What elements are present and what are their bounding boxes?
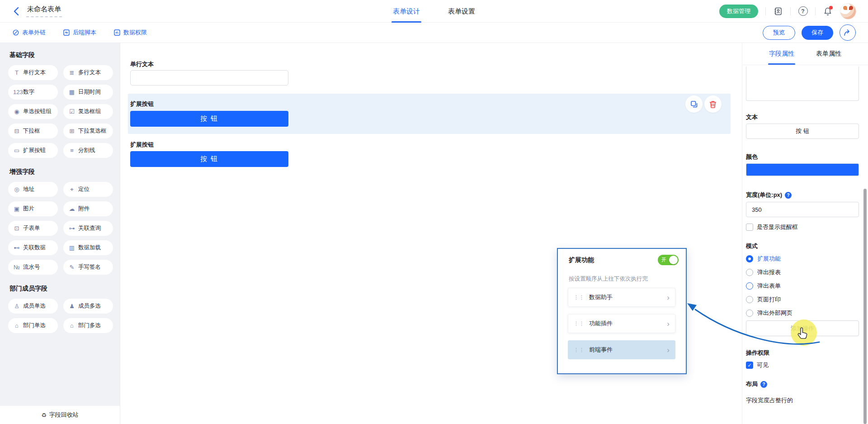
radio-icon[interactable] bbox=[746, 269, 753, 276]
field-type-item[interactable]: ⌂ 部门多选 bbox=[63, 318, 113, 333]
single-line-text-input[interactable] bbox=[130, 70, 288, 86]
tab-form-settings[interactable]: 表单设置 bbox=[447, 0, 476, 23]
notification-badge bbox=[829, 6, 833, 10]
field-type-label: 定位 bbox=[78, 186, 90, 193]
mode-radio-option[interactable]: 弹出外部网页 bbox=[746, 306, 859, 320]
tab-form-properties[interactable]: 表单属性 bbox=[815, 43, 842, 65]
panel-scrollbar[interactable] bbox=[863, 189, 867, 424]
reminder-checkbox-row[interactable]: 是否显示提醒框 bbox=[746, 223, 859, 231]
radio-icon[interactable] bbox=[746, 310, 753, 317]
divider bbox=[790, 7, 791, 15]
mode-radio-option[interactable]: 弹出报表 bbox=[746, 266, 859, 279]
radio-icon[interactable] bbox=[746, 296, 753, 303]
mode-property-label: 模式 bbox=[746, 242, 859, 250]
popup-action-list: ⋮⋮ 数据助手 › ⋮⋮ 功能插件 › ⋮⋮ 前端事件 › bbox=[568, 288, 675, 359]
field-type-item[interactable]: ♙ 成员单选 bbox=[8, 299, 58, 314]
visible-checkbox-row[interactable]: ✓ 可见 bbox=[746, 361, 859, 369]
mode-radio-option[interactable]: 弹出表单 bbox=[746, 279, 859, 293]
checkbox-unchecked[interactable] bbox=[746, 224, 753, 231]
click-highlight bbox=[791, 319, 817, 346]
field-type-item[interactable]: ☁ 附件 bbox=[63, 201, 113, 216]
mode-radio-option[interactable]: 页面打印 bbox=[746, 293, 859, 306]
help-icon[interactable]: ? bbox=[760, 381, 767, 388]
field-type-item[interactable]: ⊞ 下拉复选框 bbox=[63, 124, 113, 138]
button-text-input[interactable] bbox=[746, 124, 859, 139]
field-type-label: 单行文本 bbox=[23, 69, 46, 76]
popup-action-row[interactable]: ⋮⋮ 功能插件 › bbox=[568, 314, 675, 333]
radio-icon[interactable] bbox=[746, 282, 753, 290]
field-type-item[interactable]: T 单行文本 bbox=[8, 65, 58, 80]
delete-button[interactable] bbox=[704, 95, 722, 113]
extension-button-preview[interactable]: 按 钮 bbox=[130, 111, 288, 127]
drag-handle-icon[interactable]: ⋮⋮ bbox=[574, 295, 585, 300]
field-type-item[interactable]: ≣ 多行文本 bbox=[63, 65, 113, 80]
field-type-item[interactable]: ◉ 单选按钮组 bbox=[8, 104, 58, 119]
visible-label: 可见 bbox=[757, 361, 769, 369]
mode-option-label: 弹出报表 bbox=[757, 268, 781, 276]
notification-bell-icon[interactable] bbox=[823, 6, 833, 16]
color-picker-swatch[interactable] bbox=[746, 163, 859, 176]
share-button[interactable] bbox=[840, 24, 856, 41]
field-type-item[interactable]: ⊶ 关联查询 bbox=[63, 221, 113, 236]
field-type-item[interactable]: № 流水号 bbox=[8, 260, 58, 275]
checkbox-checked[interactable]: ✓ bbox=[746, 362, 753, 369]
user-avatar[interactable] bbox=[840, 3, 856, 19]
popup-action-row[interactable]: ⋮⋮ 数据助手 › bbox=[568, 288, 675, 307]
radio-icon[interactable] bbox=[746, 255, 753, 262]
selected-field-row[interactable]: 扩展按钮 按 钮 bbox=[128, 94, 731, 134]
field-type-icon: T bbox=[13, 69, 20, 76]
data-permission-action[interactable]: 数据权限 bbox=[113, 29, 147, 37]
field-type-label: 下拉复选框 bbox=[78, 127, 107, 135]
field-recycle-bin[interactable]: ♻ 字段回收站 bbox=[0, 406, 120, 424]
tab-form-design[interactable]: 表单设计 bbox=[392, 0, 421, 23]
field-type-item[interactable]: ◎ 地址 bbox=[8, 182, 58, 197]
field-type-item[interactable]: ▥ 数据加载 bbox=[63, 240, 113, 255]
permission-label: 操作权限 bbox=[746, 349, 859, 357]
drag-handle-icon[interactable]: ⋮⋮ bbox=[574, 321, 585, 326]
form-toolbar: 表单外链 后端脚本 数据权限 预览 保存 bbox=[0, 23, 868, 43]
popup-action-row[interactable]: ⋮⋮ 前端事件 › bbox=[568, 340, 675, 359]
field-type-item[interactable]: ⊷ 关联数据 bbox=[8, 240, 58, 255]
field-type-item[interactable]: ⌖ 定位 bbox=[63, 182, 113, 197]
field-type-item[interactable]: ☑ 复选框组 bbox=[63, 104, 113, 119]
field-type-item[interactable]: ✎ 手写签名 bbox=[63, 260, 113, 275]
field-type-label: 数字 bbox=[23, 88, 34, 96]
field-type-item[interactable]: 123 数字 bbox=[8, 85, 58, 100]
backend-script-action[interactable]: 后端脚本 bbox=[63, 29, 96, 37]
data-manage-button[interactable]: 数据管理 bbox=[719, 5, 758, 18]
field-type-item[interactable]: ♟ 成员多选 bbox=[63, 299, 113, 314]
title-textarea-partial[interactable] bbox=[746, 67, 859, 101]
contact-book-icon[interactable] bbox=[773, 6, 783, 16]
help-icon[interactable]: ? bbox=[798, 6, 808, 16]
field-type-item[interactable]: ⊡ 子表单 bbox=[8, 221, 58, 236]
preview-button[interactable]: 预览 bbox=[763, 26, 795, 40]
field-type-item[interactable]: ▣ 图片 bbox=[8, 201, 58, 216]
save-button[interactable]: 保存 bbox=[802, 26, 833, 40]
field-type-icon: ⊟ bbox=[13, 128, 20, 134]
help-icon[interactable]: ? bbox=[785, 192, 792, 199]
copy-button[interactable] bbox=[685, 95, 703, 113]
extension-toggle-on[interactable]: 开 bbox=[658, 255, 679, 265]
external-link-action[interactable]: 表单外链 bbox=[12, 29, 46, 37]
form-title[interactable]: 未命名表单 bbox=[26, 5, 62, 17]
field-type-item[interactable]: ▦ 日期时间 bbox=[63, 85, 113, 100]
chevron-right-icon: › bbox=[667, 346, 670, 354]
field-type-item[interactable]: ▭ 扩展按钮 bbox=[8, 143, 58, 158]
chevron-right-icon: › bbox=[667, 294, 670, 301]
width-input[interactable] bbox=[746, 202, 859, 217]
drag-handle-icon[interactable]: ⋮⋮ bbox=[574, 348, 585, 353]
recycle-icon: ♻ bbox=[41, 412, 47, 419]
field-type-item[interactable]: ⌂ 部门单选 bbox=[8, 318, 58, 333]
back-button[interactable] bbox=[12, 7, 21, 16]
field-type-label: 多行文本 bbox=[78, 69, 101, 76]
field-type-item[interactable]: ⊟ 下拉框 bbox=[8, 124, 58, 138]
trash-icon bbox=[709, 100, 717, 108]
field-type-icon: ✎ bbox=[68, 264, 75, 271]
header-actions: 数据管理 ? bbox=[719, 3, 856, 19]
field-type-icon: ♙ bbox=[13, 303, 20, 310]
extension-button-preview[interactable]: 按 钮 bbox=[130, 151, 288, 167]
width-property-label: 宽度(单位:px)? bbox=[746, 191, 859, 199]
field-type-item[interactable]: ≡ 分割线 bbox=[63, 143, 113, 158]
mode-radio-option[interactable]: 扩展功能 bbox=[746, 252, 859, 266]
tab-field-properties[interactable]: 字段属性 bbox=[768, 43, 795, 65]
